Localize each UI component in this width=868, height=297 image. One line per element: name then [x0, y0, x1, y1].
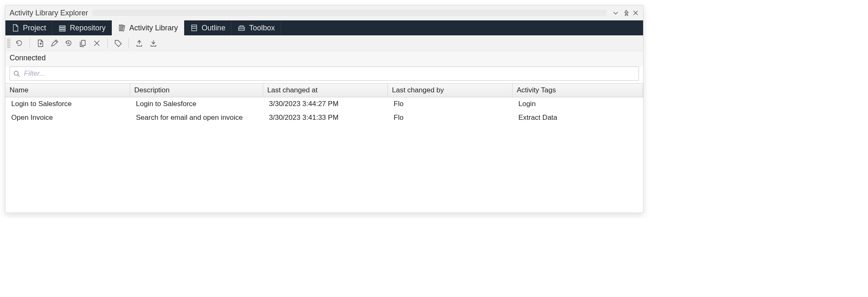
window-close-button[interactable] [631, 8, 641, 18]
import-button[interactable] [147, 37, 160, 50]
outline-icon [190, 24, 198, 32]
cell-last-changed-by: Flo [388, 111, 513, 124]
tab-repository[interactable]: Repository [52, 20, 112, 35]
toolbar-separator [107, 38, 108, 48]
grid-body: Login to SalesforceLogin to Salesforce3/… [5, 97, 643, 213]
filter-box[interactable] [10, 67, 639, 81]
books-icon [118, 24, 126, 32]
chevron-down-icon [612, 10, 619, 16]
delete-icon [93, 39, 101, 47]
toolbox-icon [237, 24, 246, 32]
tab-strip: ProjectRepositoryActivity LibraryOutline… [5, 20, 643, 35]
toolbar-handle[interactable] [7, 39, 10, 48]
refresh-button[interactable] [13, 37, 25, 50]
window-title: Activity Library Explorer [10, 9, 88, 17]
toolbar-separator [128, 38, 129, 48]
tab-label: Activity Library [129, 24, 178, 32]
tag-button[interactable] [112, 37, 124, 50]
table-row[interactable]: Login to SalesforceLogin to Salesforce3/… [5, 97, 643, 111]
cell-last-changed-by: Flo [388, 97, 513, 111]
tab-outline[interactable]: Outline [184, 20, 232, 35]
toolbar-separator [30, 38, 30, 48]
export-icon [135, 39, 143, 47]
copy-icon [79, 39, 87, 47]
window-dropdown-button[interactable] [611, 8, 621, 18]
edit-button[interactable] [48, 37, 61, 50]
column-header-activity-tags[interactable]: Activity Tags [513, 84, 643, 97]
cell-name: Open Invoice [5, 111, 130, 124]
filter-input[interactable] [23, 69, 635, 78]
cell-tags: Extract Data [513, 111, 643, 124]
connection-status: Connected [5, 51, 643, 67]
history-button[interactable] [62, 37, 75, 50]
pin-icon [622, 10, 629, 16]
tag-icon [114, 39, 122, 47]
export-button[interactable] [133, 37, 145, 50]
cell-description: Search for email and open invoice [130, 111, 263, 124]
column-header-name[interactable]: Name [5, 84, 130, 97]
titlebar: Activity Library Explorer [5, 5, 643, 20]
new-button[interactable] [34, 37, 47, 50]
column-header-description[interactable]: Description [130, 84, 263, 97]
search-icon [13, 70, 20, 77]
column-header-last-changed-by[interactable]: Last changed by [388, 84, 513, 97]
tab-project[interactable]: Project [5, 20, 52, 35]
tab-label: Toolbox [249, 24, 275, 32]
refresh-icon [15, 39, 23, 47]
import-icon [149, 39, 158, 47]
cell-description: Login to Salesforce [130, 97, 263, 111]
window-pin-button[interactable] [621, 8, 631, 18]
toolbar [5, 35, 643, 51]
activity-library-explorer-window: Activity Library Explorer ProjectReposit… [5, 5, 644, 213]
edit-icon [50, 39, 59, 47]
copy-button[interactable] [76, 37, 89, 50]
tab-label: Project [23, 24, 46, 32]
column-header-last-changed-at[interactable]: Last changed at [263, 84, 388, 97]
activity-grid: NameDescriptionLast changed atLast chang… [5, 83, 643, 213]
table-row[interactable]: Open InvoiceSearch for email and open in… [5, 111, 643, 125]
stack-icon [58, 24, 67, 32]
tab-label: Repository [70, 24, 106, 32]
close-icon [632, 10, 639, 16]
cell-name: Login to Salesforce [5, 97, 130, 111]
cell-last-changed-at: 3/30/2023 3:44:27 PM [263, 97, 388, 111]
tab-toolbox[interactable]: Toolbox [232, 20, 281, 35]
cell-last-changed-at: 3/30/2023 3:41:33 PM [263, 111, 388, 124]
delete-button[interactable] [91, 37, 103, 50]
tab-label: Outline [202, 24, 225, 32]
cell-tags: Login [513, 97, 643, 111]
titlebar-grip [92, 10, 607, 16]
file-icon [11, 24, 20, 32]
history-icon [64, 39, 73, 47]
grid-header: NameDescriptionLast changed atLast chang… [5, 84, 643, 97]
new-icon [36, 39, 44, 47]
tab-activity-library[interactable]: Activity Library [112, 20, 184, 35]
